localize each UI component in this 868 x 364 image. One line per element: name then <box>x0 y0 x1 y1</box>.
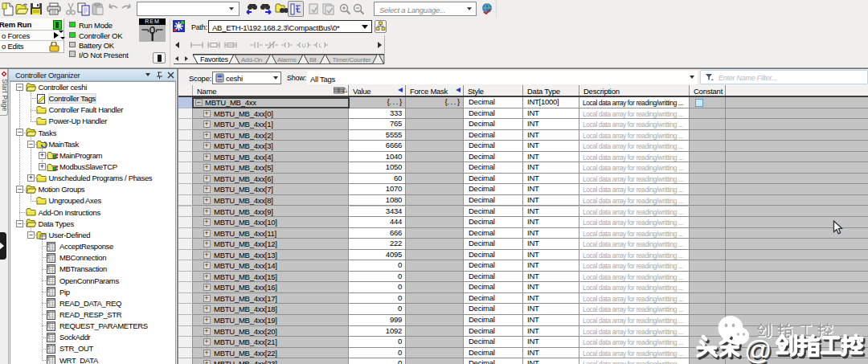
svg-text:@: @ <box>744 334 772 364</box>
svg-text:Timer/Counter: Timer/Counter <box>333 56 371 63</box>
svg-text:Alarms: Alarms <box>277 56 297 63</box>
svg-text:Bit: Bit <box>309 56 317 63</box>
svg-text:Favorites: Favorites <box>200 55 229 63</box>
svg-text:L: L <box>319 43 322 48</box>
svg-text:Add-On: Add-On <box>241 56 262 63</box>
svg-text:U: U <box>302 43 306 48</box>
